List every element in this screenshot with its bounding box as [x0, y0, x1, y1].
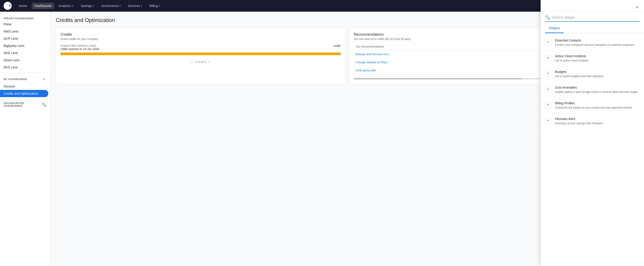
widget-list: + Essential Contacts Contact your compan…: [540, 33, 644, 266]
tab-widgets[interactable]: Widgets: [545, 23, 564, 33]
sidebar-item-gke-lens[interactable]: GKE Lens: [0, 49, 48, 57]
logo-text: doit: [4, 4, 10, 8]
add-widget-flexsave-aws-button[interactable]: +: [545, 118, 552, 124]
widget-billing-profiles-title: Billing Profiles: [555, 101, 640, 105]
widget-active-incidents-title: Active Cloud Incidents: [555, 54, 640, 58]
preset-dashboards-label: Preset dashboards: [0, 15, 50, 21]
credit-bar: [60, 52, 341, 55]
search-org-dashboards-button[interactable]: 🔍: [41, 102, 46, 107]
widget-panel: × 🔍 Widgets + Essential Contacts Contact…: [540, 0, 644, 266]
sidebar-item-azure-lens[interactable]: Azure Lens: [0, 57, 48, 64]
rec-name-0: Backup and Remove Unu...: [354, 50, 530, 58]
widget-active-incidents-desc: List of active cloud incidents: [555, 59, 640, 63]
widget-item-active-incidents: + Active Cloud Incidents List of active …: [540, 51, 644, 66]
credit-amount: US$2: [333, 44, 341, 48]
chevron-down-icon: ▾: [141, 4, 142, 7]
widget-cost-anomalies-title: Cost Anomalies: [555, 86, 640, 89]
chevron-down-icon: ▾: [93, 4, 94, 7]
widget-search-box: 🔍: [545, 15, 640, 22]
sidebar-divider-2: [0, 99, 50, 99]
sidebar-item-eks-lens[interactable]: EKS Lens: [0, 64, 48, 71]
credits-pagination: ‹ 1–1 of 1 ›: [60, 59, 341, 65]
my-dashboards-section: My dashboards +: [0, 75, 50, 83]
widget-flexsave-aws-content: Flexsave AWS Summary of your savings wit…: [555, 117, 640, 125]
logo[interactable]: doit: [4, 2, 12, 10]
widget-search-container: 🔍: [540, 11, 644, 22]
nav-analytics[interactable]: Analytics ▾: [56, 3, 76, 9]
nav-governance[interactable]: Governance ▾: [99, 3, 124, 9]
rec-name-2: Limit query jobs: [354, 66, 530, 74]
rec-name-1: Change dataset to Physi...: [354, 58, 530, 66]
widget-item-essential-contacts: + Essential Contacts Contact your compan…: [540, 35, 644, 51]
nav-services[interactable]: Services ▾: [125, 3, 145, 9]
add-widget-active-incidents-button[interactable]: +: [545, 55, 552, 61]
widget-search-input[interactable]: [552, 15, 640, 19]
add-widget-budgets-button[interactable]: +: [545, 70, 552, 77]
widget-budgets-desc: List of active budgets and their utiliza…: [555, 74, 640, 78]
credit-bar-container: [60, 52, 341, 55]
nav-billing[interactable]: Billing ▾: [147, 3, 163, 9]
widget-flexsave-aws-desc: Summary of your savings with Flexsave: [555, 121, 640, 125]
nav-savings[interactable]: Savings ▾: [78, 3, 97, 9]
widget-item-budgets: + Budgets List of active budgets and the…: [540, 66, 644, 82]
widget-budgets-title: Budgets: [555, 70, 640, 74]
sidebar: Preset dashboards Pulse AWS Lens GCP Len…: [0, 12, 50, 266]
widget-item-flexsave-aws: + Flexsave AWS Summary of your savings w…: [540, 114, 644, 129]
credit-label: Amazon Web Services | test3: [60, 44, 99, 47]
widget-panel-header: ×: [540, 0, 644, 11]
widget-billing-profiles-desc: Customize the assets on your invoice and…: [555, 106, 640, 110]
sidebar-divider: [0, 73, 50, 73]
search-icon: 🔍: [545, 15, 550, 20]
credits-card-title: Credits: [60, 32, 341, 37]
widget-budgets-content: Budgets List of active budgets and their…: [555, 70, 640, 78]
rec-link-1[interactable]: Change dataset to Physi...: [356, 61, 390, 64]
widget-billing-profiles-content: Billing Profiles Customize the assets on…: [555, 101, 640, 110]
sidebar-item-account[interactable]: Account: [0, 83, 48, 90]
add-widget-essential-contacts-button[interactable]: +: [545, 39, 552, 45]
credits-card: Credits Active credits for your company …: [56, 28, 346, 84]
nav-home[interactable]: Home: [16, 3, 30, 9]
widget-item-billing-profiles: + Billing Profiles Customize the assets …: [540, 98, 644, 114]
credits-card-subtitle: Active credits for your company: [60, 37, 341, 41]
widget-cost-anomalies-desc: sudden spikes in your Google Cloud or Am…: [555, 90, 640, 94]
scrollbar-thumb: [354, 78, 522, 79]
widget-item-cost-anomalies: + Cost Anomalies sudden spikes in your G…: [540, 82, 644, 98]
widget-active-incidents-content: Active Cloud Incidents List of active cl…: [555, 54, 640, 63]
pagination-next-button[interactable]: ›: [208, 59, 210, 65]
chevron-down-icon: ▾: [72, 4, 74, 7]
chevron-down-icon: ▾: [119, 4, 121, 7]
rec-link-2[interactable]: Limit query jobs: [356, 69, 376, 72]
widget-tabs: Widgets: [540, 23, 644, 33]
widget-essential-contacts-content: Essential Contacts Contact your company'…: [555, 39, 640, 47]
sidebar-item-credits-optimization[interactable]: Credits and Optimization: [0, 90, 48, 97]
sidebar-item-aws-lens[interactable]: AWS Lens: [0, 28, 48, 35]
sidebar-item-pulse[interactable]: Pulse: [0, 21, 48, 28]
col-recommendations: Your Recommendations: [354, 44, 530, 50]
pagination-label: 1–1 of 1: [195, 60, 206, 63]
close-button[interactable]: ×: [635, 3, 640, 11]
credit-row: Amazon Web Services | test3 US$2 expired…: [60, 44, 341, 51]
widget-essential-contacts-desc: Contact your company's account managers …: [555, 43, 640, 47]
chevron-down-icon: ▾: [159, 4, 160, 7]
rec-link-0[interactable]: Backup and Remove Unu...: [356, 52, 391, 56]
widget-flexsave-aws-title: Flexsave AWS: [555, 117, 640, 121]
add-widget-billing-profiles-button[interactable]: +: [545, 102, 552, 108]
nav-dashboards[interactable]: Dashboards: [32, 3, 54, 9]
credit-name: US$2 expired on 19 Jun 2024: [60, 47, 99, 51]
pagination-prev-button[interactable]: ‹: [190, 59, 193, 65]
widget-essential-contacts-title: Essential Contacts: [555, 39, 640, 42]
org-dashboards-section: Organization dashboards 🔍: [0, 101, 50, 108]
sidebar-item-bigquery-lens[interactable]: BigQuery Lens: [0, 42, 48, 49]
add-widget-cost-anomalies-button[interactable]: +: [545, 86, 552, 92]
sidebar-item-gcp-lens[interactable]: GCP Lens: [0, 35, 48, 42]
widget-cost-anomalies-content: Cost Anomalies sudden spikes in your Goo…: [555, 86, 640, 94]
add-dashboard-button[interactable]: +: [41, 76, 46, 82]
